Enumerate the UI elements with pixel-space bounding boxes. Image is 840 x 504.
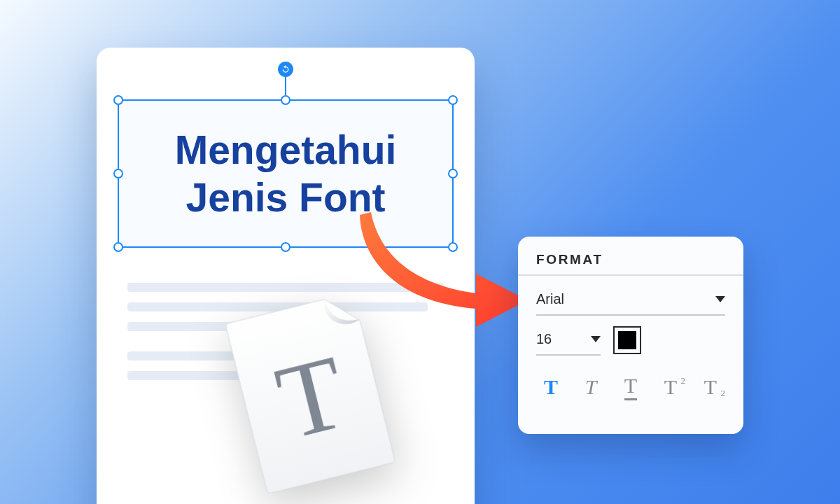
text-color-button[interactable]: T — [536, 374, 566, 400]
format-panel: FORMAT Arial 16 T T T T 2 T 2 — [518, 237, 743, 434]
italic-button[interactable]: T — [576, 374, 606, 400]
font-size-select[interactable]: 16 — [536, 324, 601, 356]
font-family-select[interactable]: Arial — [536, 284, 725, 316]
dropdown-icon — [591, 336, 601, 342]
font-family-value: Arial — [536, 291, 564, 307]
headline-text[interactable]: Mengetahui Jenis Font — [119, 101, 452, 246]
superscript-button[interactable]: T 2 — [656, 374, 685, 400]
rotation-handle[interactable] — [278, 62, 293, 77]
underline-button[interactable]: T — [616, 374, 645, 400]
font-size-value: 16 — [536, 331, 552, 347]
text-style-buttons: T T T T 2 T 2 — [518, 356, 743, 400]
rotate-icon — [281, 64, 290, 74]
font-color-picker[interactable] — [613, 326, 641, 354]
format-panel-title: FORMAT — [518, 252, 743, 274]
subscript-button[interactable]: T 2 — [696, 374, 725, 400]
text-selection-box[interactable]: Mengetahui Jenis Font — [118, 99, 454, 248]
font-color-swatch — [618, 331, 636, 349]
dropdown-icon — [715, 296, 725, 302]
